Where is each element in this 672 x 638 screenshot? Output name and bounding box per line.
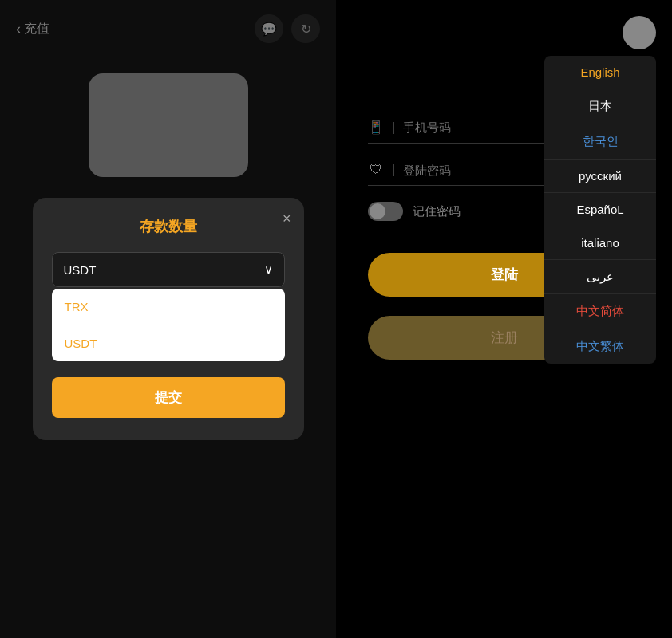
modal-title: 存款数量 bbox=[52, 217, 285, 236]
remember-label: 记住密码 bbox=[413, 204, 461, 219]
currency-dropdown-list: TRX USDT bbox=[52, 289, 285, 361]
lock-icon: 🛡 bbox=[368, 163, 384, 177]
currency-select[interactable]: USDT ∨ bbox=[52, 252, 285, 287]
language-dropdown: English 日本 한국인 русский EspañoL italiano … bbox=[544, 56, 656, 364]
toggle-knob bbox=[370, 203, 385, 219]
lang-option-chinese-simplified[interactable]: 中文简体 bbox=[544, 294, 656, 329]
lang-option-spanish[interactable]: EspañoL bbox=[544, 193, 656, 226]
right-panel: English 日本 한국인 русский EspañoL italiano … bbox=[336, 0, 672, 638]
divider2: | bbox=[392, 163, 395, 177]
lang-option-arabic[interactable]: عربى bbox=[544, 260, 656, 294]
lang-option-korean[interactable]: 한국인 bbox=[544, 124, 656, 160]
deposit-modal: 存款数量 × USDT ∨ TRX USDT 提交 bbox=[33, 198, 304, 440]
currency-option-usdt[interactable]: USDT bbox=[52, 325, 285, 361]
modal-close-button[interactable]: × bbox=[283, 211, 291, 227]
lang-option-chinese-traditional[interactable]: 中文繁体 bbox=[544, 329, 656, 364]
currency-select-value: USDT bbox=[64, 263, 97, 277]
currency-option-trx[interactable]: TRX bbox=[52, 289, 285, 325]
remember-toggle[interactable] bbox=[368, 202, 403, 221]
language-globe-button[interactable] bbox=[623, 16, 656, 49]
modal-overlay: 存款数量 × USDT ∨ TRX USDT 提交 bbox=[0, 0, 336, 638]
lang-option-russian[interactable]: русский bbox=[544, 160, 656, 193]
chevron-down-icon: ∨ bbox=[264, 262, 273, 277]
left-panel: ‹ 充值 💬 ↻ 存款数量 × USDT ∨ TRX bbox=[0, 0, 336, 638]
lang-option-italian[interactable]: italiano bbox=[544, 226, 656, 260]
phone-icon: 📱 bbox=[368, 120, 384, 135]
lang-option-japanese[interactable]: 日本 bbox=[544, 89, 656, 124]
divider: | bbox=[392, 120, 395, 135]
submit-button[interactable]: 提交 bbox=[52, 377, 285, 418]
lang-option-english[interactable]: English bbox=[544, 56, 656, 89]
